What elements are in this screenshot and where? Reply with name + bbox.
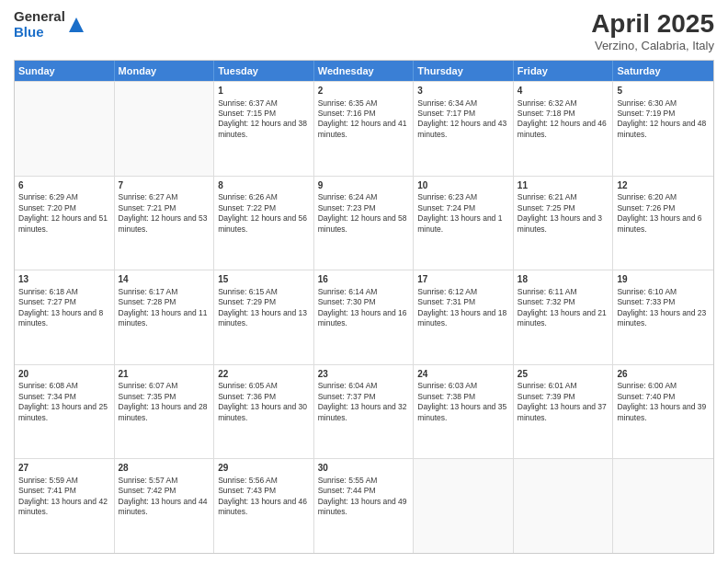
sunrise-text: Sunrise: 6:35 AM (318, 98, 378, 108)
title-section: April 2025 Verzino, Calabria, Italy (591, 9, 714, 52)
sunset-text: Sunset: 7:41 PM (18, 486, 76, 495)
sunset-text: Sunset: 7:44 PM (318, 486, 376, 495)
day-number: 21 (119, 368, 210, 381)
daylight-text: Daylight: 13 hours and 28 minutes. (119, 402, 208, 421)
day-number: 5 (617, 85, 710, 98)
calendar-cell: 26Sunrise: 6:00 AMSunset: 7:40 PMDayligh… (613, 365, 713, 459)
sunset-text: Sunset: 7:20 PM (18, 203, 76, 213)
day-number: 26 (617, 368, 710, 381)
calendar-cell: 21Sunrise: 6:07 AMSunset: 7:35 PMDayligh… (115, 365, 215, 459)
sunset-text: Sunset: 7:17 PM (417, 109, 475, 118)
day-number: 4 (518, 85, 609, 98)
sunset-text: Sunset: 7:32 PM (518, 297, 575, 306)
sunrise-text: Sunrise: 6:24 AM (318, 192, 378, 201)
sunset-text: Sunset: 7:19 PM (617, 109, 675, 118)
calendar-cell (115, 82, 215, 176)
daylight-text: Daylight: 13 hours and 37 minutes. (518, 402, 607, 421)
day-number: 2 (318, 85, 410, 98)
sunrise-text: Sunrise: 6:27 AM (119, 192, 178, 201)
day-number: 24 (417, 368, 509, 381)
calendar-row: 13Sunrise: 6:18 AMSunset: 7:27 PMDayligh… (15, 270, 713, 364)
weekday-header: Thursday (414, 61, 514, 81)
daylight-text: Daylight: 13 hours and 3 minutes. (518, 213, 602, 233)
calendar-cell: 24Sunrise: 6:03 AMSunset: 7:38 PMDayligh… (414, 365, 514, 459)
sunrise-text: Sunrise: 6:10 AM (617, 287, 677, 296)
weekday-header: Saturday (613, 61, 713, 81)
sunset-text: Sunset: 7:24 PM (417, 203, 475, 213)
day-number: 13 (18, 273, 110, 286)
calendar-cell: 29Sunrise: 5:56 AMSunset: 7:43 PMDayligh… (214, 459, 314, 553)
calendar-cell: 3Sunrise: 6:34 AMSunset: 7:17 PMDaylight… (414, 82, 514, 176)
header: General Blue April 2025 Verzino, Calabri… (14, 9, 714, 52)
day-number: 11 (518, 179, 609, 192)
daylight-text: Daylight: 12 hours and 46 minutes. (518, 119, 607, 138)
calendar-cell: 11Sunrise: 6:21 AMSunset: 7:25 PMDayligh… (514, 177, 614, 270)
day-number: 10 (417, 179, 509, 192)
calendar-cell (613, 459, 713, 553)
daylight-text: Daylight: 13 hours and 16 minutes. (318, 308, 407, 327)
calendar-cell: 8Sunrise: 6:26 AMSunset: 7:22 PMDaylight… (214, 177, 314, 270)
calendar-cell: 27Sunrise: 5:59 AMSunset: 7:41 PMDayligh… (15, 459, 115, 553)
sunset-text: Sunset: 7:15 PM (218, 109, 276, 118)
calendar-cell: 30Sunrise: 5:55 AMSunset: 7:44 PMDayligh… (314, 459, 415, 553)
sunset-text: Sunset: 7:34 PM (18, 392, 76, 401)
daylight-text: Daylight: 13 hours and 11 minutes. (119, 308, 208, 327)
weekday-header: Monday (115, 61, 215, 81)
sunrise-text: Sunrise: 6:11 AM (518, 287, 577, 296)
daylight-text: Daylight: 12 hours and 56 minutes. (218, 213, 307, 233)
calendar-cell (514, 459, 614, 553)
calendar-cell: 28Sunrise: 5:57 AMSunset: 7:42 PMDayligh… (115, 459, 215, 553)
logo: General Blue (14, 9, 85, 40)
location: Verzino, Calabria, Italy (591, 39, 714, 52)
sunset-text: Sunset: 7:38 PM (417, 392, 475, 401)
day-number: 15 (218, 273, 310, 286)
calendar-cell: 12Sunrise: 6:20 AMSunset: 7:26 PMDayligh… (613, 177, 713, 270)
daylight-text: Daylight: 13 hours and 1 minute. (417, 213, 502, 233)
daylight-text: Daylight: 13 hours and 46 minutes. (218, 497, 307, 516)
day-number: 28 (119, 462, 210, 475)
daylight-text: Daylight: 13 hours and 25 minutes. (18, 402, 108, 421)
daylight-text: Daylight: 13 hours and 30 minutes. (218, 402, 307, 421)
daylight-text: Daylight: 12 hours and 51 minutes. (18, 213, 108, 233)
sunset-text: Sunset: 7:27 PM (18, 297, 76, 306)
calendar-cell: 20Sunrise: 6:08 AMSunset: 7:34 PMDayligh… (15, 365, 115, 459)
calendar-row: 6Sunrise: 6:29 AMSunset: 7:20 PMDaylight… (15, 176, 713, 270)
daylight-text: Daylight: 13 hours and 18 minutes. (417, 308, 506, 327)
sunset-text: Sunset: 7:39 PM (518, 392, 575, 401)
sunset-text: Sunset: 7:31 PM (417, 297, 475, 306)
sunrise-text: Sunrise: 6:08 AM (18, 381, 78, 390)
daylight-text: Daylight: 12 hours and 38 minutes. (218, 119, 307, 138)
day-number: 12 (617, 179, 710, 192)
sunset-text: Sunset: 7:36 PM (218, 392, 276, 401)
calendar-cell: 15Sunrise: 6:15 AMSunset: 7:29 PMDayligh… (214, 270, 314, 364)
daylight-text: Daylight: 13 hours and 6 minutes. (617, 213, 701, 233)
sunrise-text: Sunrise: 6:17 AM (119, 287, 178, 296)
calendar-cell (414, 459, 514, 553)
calendar-row: 27Sunrise: 5:59 AMSunset: 7:41 PMDayligh… (15, 458, 713, 553)
day-number: 8 (218, 179, 310, 192)
sunset-text: Sunset: 7:43 PM (218, 486, 276, 495)
calendar-cell: 22Sunrise: 6:05 AMSunset: 7:36 PMDayligh… (214, 365, 314, 459)
weekday-header: Friday (514, 61, 614, 81)
daylight-text: Daylight: 13 hours and 35 minutes. (417, 402, 506, 421)
sunset-text: Sunset: 7:23 PM (318, 203, 376, 213)
weekday-header: Wednesday (314, 61, 415, 81)
day-number: 30 (318, 462, 410, 475)
calendar-cell: 17Sunrise: 6:12 AMSunset: 7:31 PMDayligh… (414, 270, 514, 364)
daylight-text: Daylight: 13 hours and 21 minutes. (518, 308, 607, 327)
sunrise-text: Sunrise: 6:15 AM (218, 287, 278, 296)
sunrise-text: Sunrise: 6:30 AM (617, 98, 677, 108)
sunrise-text: Sunrise: 6:18 AM (18, 287, 78, 296)
calendar-cell: 16Sunrise: 6:14 AMSunset: 7:30 PMDayligh… (314, 270, 415, 364)
sunset-text: Sunset: 7:42 PM (119, 486, 176, 495)
calendar-row: 20Sunrise: 6:08 AMSunset: 7:34 PMDayligh… (15, 364, 713, 459)
sunset-text: Sunset: 7:33 PM (617, 297, 675, 306)
day-number: 18 (518, 273, 609, 286)
sunrise-text: Sunrise: 6:03 AM (417, 381, 477, 390)
calendar-cell: 23Sunrise: 6:04 AMSunset: 7:37 PMDayligh… (314, 365, 415, 459)
sunrise-text: Sunrise: 6:29 AM (18, 192, 78, 201)
daylight-text: Daylight: 13 hours and 13 minutes. (218, 308, 307, 327)
daylight-text: Daylight: 13 hours and 44 minutes. (119, 497, 208, 516)
daylight-text: Daylight: 12 hours and 53 minutes. (119, 213, 208, 233)
sunrise-text: Sunrise: 5:59 AM (18, 476, 78, 485)
